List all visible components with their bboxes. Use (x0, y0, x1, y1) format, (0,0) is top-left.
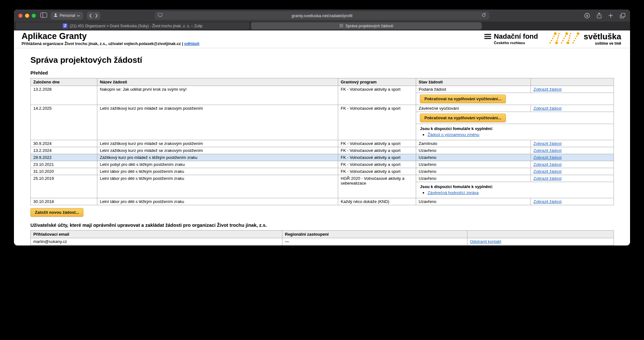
col-header-name: Název žádosti (97, 78, 338, 86)
grant-program: HGŘ 2020 - Volnočasové aktivity a sebere… (338, 175, 416, 198)
grant-name: Zážitkový kurz pro mládež s těžkým posti… (97, 154, 338, 161)
grant-program: Každý něco dokáže (KND) (338, 198, 416, 205)
tab-granty-active[interactable]: Správa projektových žádostí (251, 22, 482, 29)
view-request-link[interactable]: Zobrazit žádost (533, 199, 562, 204)
login-info-text: Přihlášená organizace Život trochu jinak… (22, 42, 183, 46)
share-button[interactable] (596, 12, 602, 19)
grant-status: Uzavřeno (416, 147, 531, 154)
grant-program: FK - Volnočasové aktivity a sport (338, 154, 416, 161)
continue-settlement-button[interactable]: Pokračovat na vyplňování vyúčtování... (420, 114, 506, 122)
zoom-button[interactable] (32, 14, 36, 18)
nf-logo-subtext: Českého rozhlasu (494, 41, 538, 45)
grant-program: FK - Volnočasové aktivity a sport (338, 140, 416, 147)
form-link-final-report[interactable]: Závěrečná hodnotící zpráva (428, 190, 479, 195)
account-email: petra.benedikova@zivotjinak.cz (31, 245, 282, 246)
page-title: Správa projektových žádostí (30, 55, 614, 65)
table-row: 13.2.2024 Letní zážitkový kurz pro mláde… (31, 147, 614, 154)
grant-program: FK - Volnočasové aktivity a sport (338, 105, 416, 140)
continue-settlement-button[interactable]: Pokračovat na vyplňování vyúčtování... (420, 95, 506, 103)
toolbar-actions (584, 12, 626, 19)
sidebar-icon (40, 12, 47, 19)
col-header-actions (467, 231, 614, 238)
col-header-status: Stav žádosti (416, 78, 531, 86)
browser-window: Personal granty.svetluska.net/zadatel/pr… (14, 10, 630, 245)
grant-status: Uzavřeno (416, 175, 531, 182)
grant-status: Uzavřeno (416, 154, 531, 161)
site-header: Aplikace Granty Přihlášená organizace Ži… (14, 30, 630, 48)
grant-program: FK - Volnočasové aktivity a sport (338, 168, 416, 175)
grants-table: Založeno dne Název žádosti Grantový prog… (30, 78, 614, 205)
grant-status: Závěrečné vyúčtování (416, 105, 531, 112)
minimize-button[interactable] (25, 14, 29, 18)
app-title: Aplikace Granty (22, 32, 199, 41)
navigation-buttons (87, 12, 100, 20)
nf-logo-text: Nadační fond (494, 33, 538, 40)
site-header-left: Aplikace Granty Přihlášená organizace Ži… (22, 32, 199, 46)
forms-available-note: Jsou k dispozici fomuláře k vyplnění: (420, 126, 610, 131)
grant-date: 25.10.2019 (31, 175, 97, 198)
close-button[interactable] (18, 14, 23, 18)
tab-bar: Z (21) #01 Organizacni > Grant Svetluska… (14, 22, 630, 30)
grant-name: Letní tábor pro děti s těžkým postižením… (97, 168, 338, 175)
table-row: 23.10.2021 Letní pobyt pro děti s těžkým… (31, 161, 614, 168)
view-request-link[interactable]: Zobrazit žádost (533, 169, 562, 174)
view-request-link[interactable]: Zobrazit žádost (533, 155, 562, 160)
table-row-highlighted: 29.9.2022 Zážitkový kurz pro mládež s tě… (31, 154, 614, 161)
login-info: Přihlášená organizace Život trochu jinak… (22, 42, 199, 46)
profile-button[interactable]: Personal (50, 12, 83, 20)
profile-label: Personal (60, 13, 75, 18)
new-tab-button[interactable] (608, 13, 613, 18)
zulip-icon: Z (63, 23, 68, 28)
col-header-program: Grantový program (338, 78, 416, 86)
col-header-actions (531, 78, 614, 86)
remove-contact-link[interactable]: Odstranit kontakt (470, 239, 501, 244)
accounts-table-header-row: Přihlašovací email Regionální zastoupení (31, 231, 614, 238)
grant-date: 23.10.2021 (31, 161, 97, 168)
hamburger-logo-icon (484, 34, 491, 41)
chevron-down-icon (77, 13, 80, 18)
grant-date: 30.9.2024 (31, 140, 97, 147)
accounts-table: Přihlašovací email Regionální zastoupení… (30, 230, 614, 245)
svetluska-logo-text: světluška (583, 32, 621, 41)
account-region: — (282, 238, 467, 245)
window-controls (18, 14, 36, 18)
grant-name: Letní zážitkový kurz pro mládež se zrako… (97, 140, 338, 147)
view-request-link[interactable]: Zobrazit žádost (533, 176, 562, 181)
grant-name: Nakopni se: Jak udělat první krok za svý… (97, 86, 338, 105)
tab-zulip[interactable]: Z (21) #01 Organizacni > Grant Svetluska… (16, 22, 249, 29)
grant-date: 29.9.2022 (31, 154, 97, 161)
sidebar-toggle-button[interactable] (40, 12, 47, 19)
svetluska-logo: světluška svítíme ve tmě (549, 31, 621, 47)
table-row: 13.2.2026 Nakopni se: Jak udělat první k… (31, 86, 614, 93)
new-request-button[interactable]: Založit novou žádost... (30, 208, 83, 217)
grant-status: Uzavřeno (416, 161, 531, 168)
svetluska-logo-subtext: svítíme ve tmě (583, 41, 621, 46)
col-header-date: Založeno dne (31, 78, 97, 86)
grants-table-header-row: Založeno dne Název žádosti Grantový prog… (31, 78, 614, 86)
forward-button[interactable] (95, 13, 98, 18)
grant-program: FK - Volnočasové aktivity a sport (338, 161, 416, 168)
view-request-link[interactable]: Zobrazit žádost (533, 162, 562, 167)
grant-name: Letní pobyt pro děti s těžkým postižením… (97, 161, 338, 168)
address-bar[interactable]: granty.svetluska.net/zadatel/profil (155, 11, 489, 20)
view-request-link[interactable]: Zobrazit žádost (533, 106, 562, 111)
forms-list: Žádost o významnou změnu (428, 132, 610, 137)
col-header-email: Přihlašovací email (31, 231, 282, 238)
tab-label: (21) #01 Organizacni > Grant Svetluska (… (70, 24, 203, 28)
grant-date: 31.10.2020 (31, 168, 97, 175)
grant-date: 30.10.2018 (31, 198, 97, 205)
firefly-dots-icon (549, 31, 580, 47)
reload-button[interactable] (481, 13, 486, 19)
table-row: 30.9.2024 Letní zážitkový kurz pro mláde… (31, 140, 614, 147)
logout-link[interactable]: odhlásit (184, 42, 199, 46)
account-email: martin@sukany.cz (31, 238, 282, 245)
view-request-link[interactable]: Zobrazit žádost (533, 87, 562, 92)
nadacni-fond-logo: Nadační fond Českého rozhlasu (484, 33, 538, 45)
view-request-link[interactable]: Zobrazit žádost (533, 148, 562, 153)
grant-program: FK - Volnočasové aktivity a sport (338, 86, 416, 105)
back-button[interactable] (89, 13, 92, 18)
view-request-link[interactable]: Zobrazit žádost (533, 141, 562, 146)
form-link-significant-change[interactable]: Žádost o významnou změnu (428, 132, 479, 137)
downloads-button[interactable] (584, 13, 590, 19)
tab-overview-button[interactable] (620, 13, 626, 19)
